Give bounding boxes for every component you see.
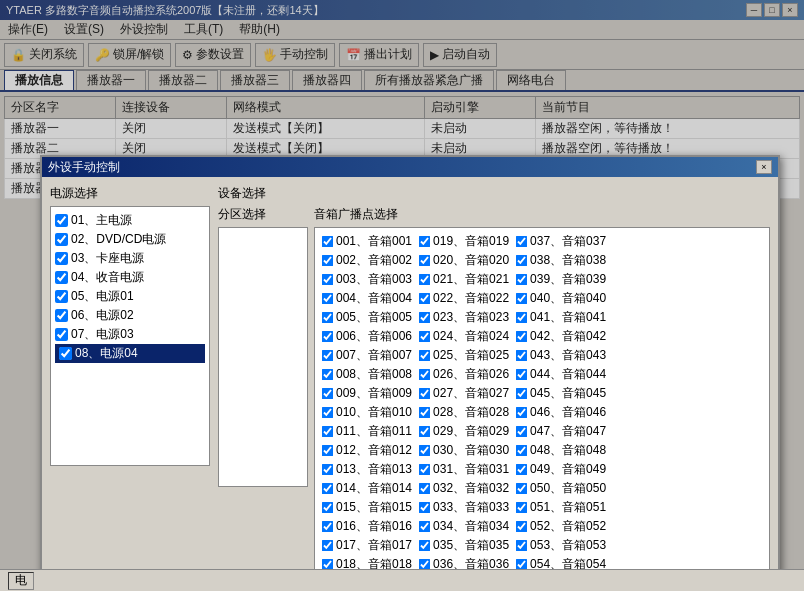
speaker-item[interactable]: 013、音箱013 <box>319 460 414 479</box>
speaker-item[interactable]: 045、音箱045 <box>513 384 608 403</box>
speaker-item[interactable]: 050、音箱050 <box>513 479 608 498</box>
speaker-item[interactable]: 007、音箱007 <box>319 346 414 365</box>
speaker-checkbox[interactable] <box>419 255 431 267</box>
speaker-item[interactable]: 006、音箱006 <box>319 327 414 346</box>
speaker-item[interactable]: 022、音箱022 <box>416 289 511 308</box>
speaker-checkbox[interactable] <box>322 445 334 457</box>
speaker-item[interactable]: 051、音箱051 <box>513 498 608 517</box>
speaker-item[interactable]: 046、音箱046 <box>513 403 608 422</box>
speaker-item[interactable]: 011、音箱011 <box>319 422 414 441</box>
power-item-checkbox[interactable] <box>55 233 68 246</box>
speaker-item[interactable]: 038、音箱038 <box>513 251 608 270</box>
speaker-item[interactable]: 012、音箱012 <box>319 441 414 460</box>
speaker-checkbox[interactable] <box>516 236 528 248</box>
speaker-checkbox[interactable] <box>322 540 334 552</box>
speaker-checkbox[interactable] <box>322 293 334 305</box>
dialog-close-x-button[interactable]: × <box>756 160 772 174</box>
speaker-checkbox[interactable] <box>419 331 431 343</box>
speaker-checkbox[interactable] <box>516 540 528 552</box>
speaker-checkbox[interactable] <box>419 445 431 457</box>
speaker-checkbox[interactable] <box>516 369 528 381</box>
speaker-item[interactable]: 017、音箱017 <box>319 536 414 555</box>
speaker-checkbox[interactable] <box>419 350 431 362</box>
speaker-item[interactable]: 021、音箱021 <box>416 270 511 289</box>
speaker-checkbox[interactable] <box>516 445 528 457</box>
speaker-item[interactable]: 033、音箱033 <box>416 498 511 517</box>
speaker-item[interactable]: 042、音箱042 <box>513 327 608 346</box>
power-list[interactable]: 01、主电源02、DVD/CD电源03、卡座电源04、收音电源05、电源0106… <box>50 206 210 466</box>
power-item[interactable]: 07、电源03 <box>55 325 205 344</box>
speaker-item[interactable]: 034、音箱034 <box>416 517 511 536</box>
speaker-checkbox[interactable] <box>516 483 528 495</box>
speaker-item[interactable]: 043、音箱043 <box>513 346 608 365</box>
power-item[interactable]: 03、卡座电源 <box>55 249 205 268</box>
speaker-checkbox[interactable] <box>322 502 334 514</box>
power-item[interactable]: 08、电源04 <box>55 344 205 363</box>
speaker-item[interactable]: 005、音箱005 <box>319 308 414 327</box>
speaker-checkbox[interactable] <box>322 274 334 286</box>
speaker-checkbox[interactable] <box>322 350 334 362</box>
speaker-checkbox[interactable] <box>516 426 528 438</box>
power-item-checkbox[interactable] <box>55 309 68 322</box>
speaker-item[interactable]: 014、音箱014 <box>319 479 414 498</box>
speaker-item[interactable]: 026、音箱026 <box>416 365 511 384</box>
speaker-item[interactable]: 037、音箱037 <box>513 232 608 251</box>
speaker-checkbox[interactable] <box>419 293 431 305</box>
speaker-checkbox[interactable] <box>516 350 528 362</box>
speaker-item[interactable]: 030、音箱030 <box>416 441 511 460</box>
power-item-checkbox[interactable] <box>55 271 68 284</box>
speaker-checkbox[interactable] <box>419 426 431 438</box>
speaker-item[interactable]: 001、音箱001 <box>319 232 414 251</box>
speaker-item[interactable]: 010、音箱010 <box>319 403 414 422</box>
speaker-checkbox[interactable] <box>516 312 528 324</box>
speaker-checkbox[interactable] <box>322 255 334 267</box>
speaker-item[interactable]: 027、音箱027 <box>416 384 511 403</box>
speaker-item[interactable]: 040、音箱040 <box>513 289 608 308</box>
speaker-checkbox[interactable] <box>322 369 334 381</box>
power-item-checkbox[interactable] <box>55 290 68 303</box>
power-item[interactable]: 05、电源01 <box>55 287 205 306</box>
speaker-checkbox[interactable] <box>516 255 528 267</box>
speaker-checkbox[interactable] <box>419 407 431 419</box>
speaker-checkbox[interactable] <box>516 274 528 286</box>
speaker-item[interactable]: 029、音箱029 <box>416 422 511 441</box>
speaker-item[interactable]: 002、音箱002 <box>319 251 414 270</box>
power-item[interactable]: 02、DVD/CD电源 <box>55 230 205 249</box>
power-item-checkbox[interactable] <box>55 328 68 341</box>
speaker-item[interactable]: 019、音箱019 <box>416 232 511 251</box>
speaker-checkbox[interactable] <box>419 236 431 248</box>
speaker-item[interactable]: 047、音箱047 <box>513 422 608 441</box>
speaker-checkbox[interactable] <box>419 464 431 476</box>
power-item-checkbox[interactable] <box>59 347 72 360</box>
speaker-checkbox[interactable] <box>419 388 431 400</box>
speaker-item[interactable]: 048、音箱048 <box>513 441 608 460</box>
speaker-checkbox[interactable] <box>322 388 334 400</box>
speaker-checkbox[interactable] <box>322 426 334 438</box>
speaker-checkbox[interactable] <box>419 540 431 552</box>
speaker-item[interactable]: 015、音箱015 <box>319 498 414 517</box>
power-item-checkbox[interactable] <box>55 252 68 265</box>
power-item[interactable]: 01、主电源 <box>55 211 205 230</box>
speaker-checkbox[interactable] <box>419 502 431 514</box>
power-item-checkbox[interactable] <box>55 214 68 227</box>
speaker-checkbox[interactable] <box>322 464 334 476</box>
speaker-checkbox[interactable] <box>516 331 528 343</box>
speaker-item[interactable]: 052、音箱052 <box>513 517 608 536</box>
speaker-checkbox[interactable] <box>516 388 528 400</box>
speaker-item[interactable]: 039、音箱039 <box>513 270 608 289</box>
speaker-item[interactable]: 028、音箱028 <box>416 403 511 422</box>
speaker-item[interactable]: 031、音箱031 <box>416 460 511 479</box>
speaker-item[interactable]: 004、音箱004 <box>319 289 414 308</box>
speaker-item[interactable]: 025、音箱025 <box>416 346 511 365</box>
speaker-checkbox[interactable] <box>516 464 528 476</box>
speaker-item[interactable]: 023、音箱023 <box>416 308 511 327</box>
speaker-checkbox[interactable] <box>322 331 334 343</box>
speaker-item[interactable]: 032、音箱032 <box>416 479 511 498</box>
speaker-item[interactable]: 020、音箱020 <box>416 251 511 270</box>
speaker-checkbox[interactable] <box>419 274 431 286</box>
speaker-checkbox[interactable] <box>419 483 431 495</box>
speaker-checkbox[interactable] <box>516 293 528 305</box>
speaker-checkbox[interactable] <box>516 407 528 419</box>
speaker-checkbox[interactable] <box>419 369 431 381</box>
speaker-item[interactable]: 003、音箱003 <box>319 270 414 289</box>
